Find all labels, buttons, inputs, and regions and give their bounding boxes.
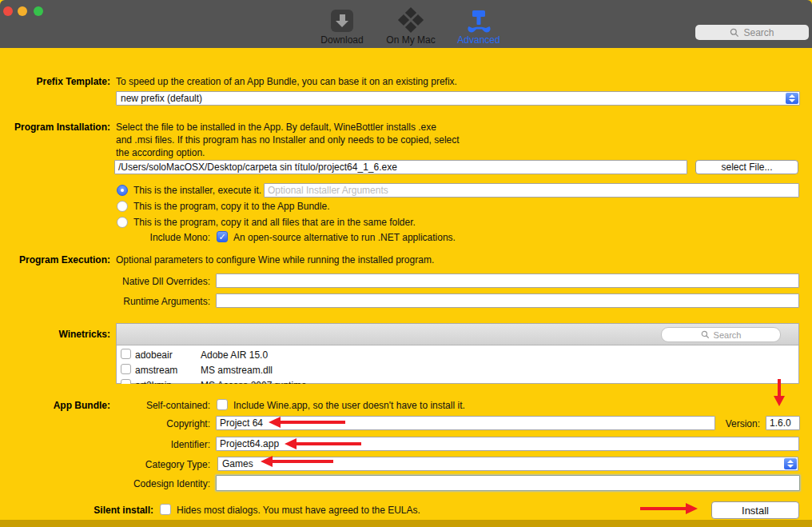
radio-copy-folder[interactable]	[117, 217, 128, 228]
select-file-button[interactable]: select File...	[695, 160, 798, 174]
installer-arguments-input[interactable]	[264, 183, 799, 198]
winetricks-item-description: MS amstream.dll	[201, 365, 273, 376]
chevron-down-icon	[789, 99, 795, 102]
category-type-value: Games	[222, 458, 253, 469]
copyright-label: Copyright:	[0, 418, 210, 429]
chevron-up-icon	[789, 94, 795, 98]
program-execution-description: Optional parameters to configure Wine wh…	[116, 254, 434, 265]
silent-install-label: Silent install:	[0, 505, 153, 516]
version-label: Version:	[722, 418, 760, 429]
zoom-window-button[interactable]	[34, 6, 43, 16]
checkmark-icon: ✓	[218, 232, 225, 242]
winetricks-list[interactable]: adobeair Adobe AIR 15.0 amstream MS amst…	[117, 345, 798, 384]
arrow-head	[261, 456, 273, 467]
program-installation-description-line1: Select the file to be installed in the A…	[116, 122, 436, 133]
runtime-arguments-input[interactable]	[216, 293, 799, 308]
self-contained-text: Include Wine.app, so the user doesn't ha…	[233, 400, 465, 411]
arrow-line	[640, 507, 686, 510]
category-type-dropdown[interactable]: Games	[217, 457, 798, 471]
winetricks-item-description: Adobe AIR 15.0	[201, 349, 268, 361]
winetricks-item-name: art2kmin	[135, 380, 172, 384]
download-icon	[316, 8, 368, 34]
version-input[interactable]	[766, 416, 800, 430]
program-installation-label: Program Installation:	[0, 122, 110, 133]
prefix-template-dropdown-value: new prefix (default)	[121, 93, 202, 104]
winetricks-checkbox-art2kmin[interactable]	[121, 379, 131, 384]
chevron-down-icon	[787, 465, 794, 468]
toolbar-search-field[interactable]: Search	[695, 25, 809, 40]
category-type-label: Category Type:	[0, 459, 210, 470]
diamond-bottom	[405, 22, 416, 33]
toolbar-tab-download[interactable]: Download	[316, 8, 368, 46]
prefix-template-label: Prefix Template:	[0, 76, 110, 87]
identifier-label: Identifier:	[0, 439, 210, 450]
window-toolbar: Download On My Mac Advanced	[0, 0, 812, 48]
winetricks-row-amstream[interactable]: amstream MS amstream.dll	[117, 363, 798, 378]
runtime-arguments-label: Runtime Arguments:	[0, 296, 210, 307]
toolbar-tab-advanced[interactable]: Advanced	[454, 8, 504, 46]
arrow-head	[285, 438, 297, 449]
radio-copy-folder-label: This is the program, copy it and all fil…	[133, 217, 416, 228]
winetricks-checkbox-adobeair[interactable]	[121, 349, 131, 359]
search-icon	[701, 330, 710, 339]
winetricks-checkbox-amstream[interactable]	[121, 364, 131, 374]
on-my-mac-icon	[379, 8, 443, 34]
minimize-window-button[interactable]	[18, 6, 27, 16]
arrow-line	[280, 421, 345, 424]
self-contained-checkbox[interactable]	[217, 399, 228, 410]
include-mono-label: Include Mono:	[0, 232, 210, 243]
download-icon-box	[331, 10, 353, 32]
radio-installer-execute[interactable]	[117, 185, 128, 196]
download-icon-arrowhead	[336, 21, 348, 27]
toolbar-tab-advanced-label: Advanced	[454, 34, 504, 46]
winetricks-label: Winetricks:	[0, 329, 110, 340]
toolbar-search-placeholder: Search	[743, 27, 774, 38]
arrow-line	[296, 442, 361, 445]
search-icon	[730, 28, 739, 38]
winetricks-item-name: adobeair	[135, 349, 173, 361]
on-my-mac-diamonds	[399, 9, 423, 33]
advanced-icon	[454, 8, 504, 34]
include-mono-checkbox[interactable]: ✓	[217, 231, 228, 242]
stepper-icon	[786, 93, 798, 104]
close-window-button[interactable]	[3, 6, 13, 16]
window-bottom-edge	[0, 520, 812, 527]
winetricks-item-description: MS Access 2007 runtime	[201, 380, 307, 384]
native-dll-overrides-label: Native Dll Overrides:	[0, 276, 210, 287]
stepper-icon	[784, 458, 797, 469]
codesign-identity-label: Codesign Identity:	[0, 478, 210, 489]
diamond-right	[412, 14, 424, 26]
advanced-icon-svg	[467, 9, 491, 33]
arrow-line	[272, 460, 333, 463]
program-installation-description-line2: and .msi files. If this program has no I…	[116, 134, 460, 146]
install-file-path-input[interactable]	[114, 160, 687, 174]
codesign-identity-input[interactable]	[216, 475, 800, 491]
toolbar-tab-download-label: Download	[316, 34, 368, 46]
winebottler-advanced-window: { "window": { "toolbar": { "items": [ { …	[0, 0, 812, 527]
radio-copy-program[interactable]	[117, 201, 128, 212]
arrow-head	[269, 417, 281, 428]
install-button[interactable]: Install	[711, 501, 799, 519]
toolbar-tab-on-my-mac-label: On My Mac	[379, 34, 443, 46]
silent-install-text: Hides most dialogs. You must have agreed…	[177, 505, 420, 516]
prefix-template-dropdown[interactable]: new prefix (default)	[116, 91, 800, 106]
winetricks-search-field[interactable]: Search	[661, 327, 781, 342]
prefix-template-description: To speed up the creation of an App Bundl…	[116, 76, 457, 87]
winetricks-item-name: amstream	[135, 365, 177, 376]
program-installation-description-line3: the according option.	[116, 147, 205, 158]
winetricks-row-adobeair[interactable]: adobeair Adobe AIR 15.0	[117, 348, 798, 363]
winetricks-header: Search	[117, 324, 798, 345]
silent-install-checkbox[interactable]	[160, 504, 171, 515]
winetricks-search-placeholder: Search	[714, 330, 742, 340]
download-icon-shaft	[340, 14, 345, 21]
include-mono-text: An open-source alternative to run .NET a…	[233, 232, 456, 243]
self-contained-label: Self-contained:	[0, 400, 210, 411]
chevron-up-icon	[787, 460, 794, 463]
arrow-head	[774, 396, 785, 406]
radio-installer-execute-label: This is the installer, execute it.	[133, 185, 261, 196]
native-dll-overrides-input[interactable]	[216, 273, 799, 288]
winetricks-row-art2kmin[interactable]: art2kmin MS Access 2007 runtime	[117, 378, 798, 384]
toolbar-tab-on-my-mac[interactable]: On My Mac	[379, 8, 443, 46]
arrow-line	[778, 379, 781, 397]
winetricks-panel: Search adobeair Adobe AIR 15.0 amstream …	[116, 323, 799, 384]
